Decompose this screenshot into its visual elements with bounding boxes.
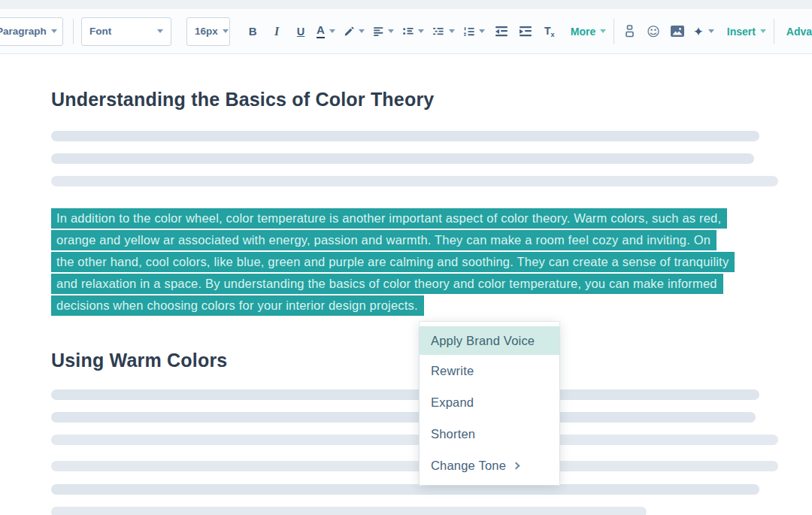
- ai-assistant-button[interactable]: ✦: [692, 19, 715, 44]
- font-color-icon: A: [317, 24, 325, 38]
- numbered-list-icon: [464, 26, 474, 37]
- skeleton-line: [51, 176, 778, 186]
- advanced-menu-button[interactable]: Adva: [786, 26, 812, 38]
- skeleton-line: [51, 131, 759, 141]
- selected-text-line: the other hand, cool colors, like blue, …: [51, 251, 812, 273]
- underline-icon: U: [297, 26, 304, 38]
- chevron-right-icon: [513, 462, 520, 470]
- skeleton-line: [51, 412, 756, 423]
- skeleton-line: [51, 484, 759, 495]
- chevron-down-icon: [157, 29, 163, 33]
- formatting-toolbar: Paragraph Font 16px B I U A: [0, 9, 812, 54]
- skeleton-line: [51, 153, 754, 164]
- multilevel-list-button[interactable]: [432, 19, 456, 44]
- align-left-icon: [374, 26, 383, 37]
- skeleton-line: [51, 389, 759, 400]
- selected-text-line: and relaxation in a space. By understand…: [51, 273, 812, 295]
- chevron-down-icon: [449, 29, 455, 33]
- ai-sparkle-icon: ✦: [693, 24, 704, 39]
- advanced-label: Adva: [786, 26, 812, 38]
- menu-item-rewrite[interactable]: Rewrite: [420, 355, 559, 386]
- chevron-down-icon: [388, 29, 394, 33]
- menu-item-shorten[interactable]: Shorten: [420, 418, 559, 450]
- font-color-button[interactable]: A: [316, 19, 336, 44]
- font-family-select[interactable]: Font: [81, 17, 171, 46]
- numbered-list-button[interactable]: [462, 19, 486, 44]
- personalize-token-button[interactable]: [620, 19, 638, 44]
- image-icon: [671, 26, 684, 37]
- font-family-label: Font: [89, 26, 111, 37]
- ai-context-menu: Apply Brand Voice Rewrite Expand Shorten…: [420, 322, 559, 485]
- skeleton-paragraph-1: [51, 131, 812, 186]
- menu-item-expand[interactable]: Expand: [420, 386, 559, 418]
- more-label: More: [571, 26, 595, 38]
- underline-button[interactable]: U: [292, 19, 310, 44]
- menu-item-apply-brand-voice[interactable]: Apply Brand Voice: [420, 326, 559, 355]
- selected-text-line: decisions when choosing colors for your …: [51, 295, 812, 317]
- skeleton-line: [51, 507, 647, 515]
- chevron-down-icon: [708, 29, 714, 33]
- personalize-token-icon: [624, 25, 635, 38]
- window-top-strip: [0, 0, 812, 9]
- skeleton-line: [51, 435, 778, 445]
- italic-button[interactable]: I: [268, 19, 286, 44]
- font-size-label: 16px: [195, 26, 218, 37]
- chevron-down-icon: [223, 29, 229, 33]
- bold-icon: B: [249, 25, 257, 38]
- toolbar-divider: [73, 19, 74, 44]
- toolbar-divider: [614, 19, 614, 44]
- bold-button[interactable]: B: [244, 19, 262, 44]
- multilevel-list-icon: [433, 26, 444, 37]
- skeleton-line: [51, 461, 778, 471]
- chevron-down-icon: [51, 29, 57, 33]
- chevron-down-icon: [600, 29, 606, 33]
- menu-item-label: Expand: [431, 395, 474, 410]
- selected-paragraph[interactable]: In addition to the color wheel, color te…: [51, 208, 812, 317]
- menu-item-change-tone[interactable]: Change Tone: [420, 450, 559, 481]
- chevron-down-icon: [418, 29, 424, 33]
- more-menu-button[interactable]: More: [571, 26, 606, 38]
- chevron-down-icon: [479, 29, 485, 33]
- document-canvas[interactable]: Understanding the Basics of Color Theory…: [0, 54, 812, 515]
- emoji-button[interactable]: ☺: [644, 19, 662, 44]
- bulleted-list-icon: [403, 26, 414, 37]
- chevron-down-icon: [760, 29, 766, 33]
- insert-image-button[interactable]: [668, 19, 686, 44]
- clear-formatting-button[interactable]: Tx: [541, 19, 559, 44]
- text-align-button[interactable]: [372, 19, 395, 44]
- italic-icon: I: [274, 25, 279, 38]
- toolbar-divider: [774, 19, 774, 44]
- bulleted-list-button[interactable]: [401, 19, 426, 44]
- menu-item-label: Shorten: [431, 427, 475, 441]
- editor-page: Paragraph Font 16px B I U A: [0, 0, 812, 515]
- insert-label: Insert: [727, 26, 756, 38]
- highlight-color-button[interactable]: [342, 19, 366, 44]
- outdent-button[interactable]: [492, 19, 511, 44]
- menu-item-label: Change Tone: [431, 459, 506, 473]
- document-heading-1: Understanding the Basics of Color Theory: [51, 54, 812, 111]
- indent-icon: [520, 26, 532, 37]
- emoji-icon: ☺: [647, 24, 660, 39]
- menu-item-label: Rewrite: [431, 364, 474, 378]
- menu-item-label: Apply Brand Voice: [431, 334, 535, 348]
- highlighter-pen-icon: [344, 26, 354, 38]
- selected-text-line: In addition to the color wheel, color te…: [51, 208, 812, 229]
- paragraph-style-select[interactable]: Paragraph: [0, 17, 63, 46]
- selected-text-line: orange and yellow ar associated with ene…: [51, 229, 812, 251]
- insert-menu-button[interactable]: Insert: [727, 26, 766, 38]
- clear-formatting-icon: Tx: [544, 25, 555, 38]
- chevron-down-icon: [329, 29, 335, 33]
- paragraph-style-label: Paragraph: [0, 26, 47, 37]
- font-size-select[interactable]: 16px: [186, 17, 230, 46]
- outdent-icon: [495, 26, 508, 37]
- indent-button[interactable]: [517, 19, 535, 44]
- chevron-down-icon: [359, 29, 365, 33]
